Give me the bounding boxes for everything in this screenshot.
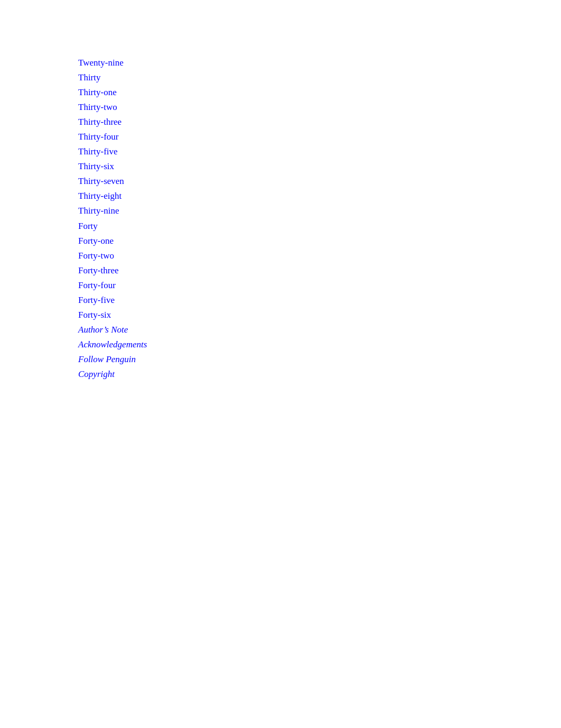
toc-link-13[interactable]: Forty-two xyxy=(78,248,561,263)
toc-link-20[interactable]: Follow Penguin xyxy=(78,352,561,367)
toc-link-2[interactable]: Thirty-one xyxy=(78,85,561,100)
toc-link-12[interactable]: Forty-one xyxy=(78,234,561,248)
toc-link-7[interactable]: Thirty-six xyxy=(78,159,561,174)
toc-link-3[interactable]: Thirty-two xyxy=(78,100,561,115)
toc-link-10[interactable]: Thirty-nine xyxy=(78,204,561,218)
toc-link-4[interactable]: Thirty-three xyxy=(78,115,561,130)
toc-link-16[interactable]: Forty-five xyxy=(78,293,561,308)
toc-link-15[interactable]: Forty-four xyxy=(78,278,561,293)
toc-link-8[interactable]: Thirty-seven xyxy=(78,174,561,189)
toc-link-11[interactable]: Forty xyxy=(78,219,561,234)
toc-link-0[interactable]: Twenty-nine xyxy=(78,56,561,70)
toc-link-19[interactable]: Acknowledgements xyxy=(78,337,561,352)
toc-link-21[interactable]: Copyright xyxy=(78,367,561,382)
toc-link-1[interactable]: Thirty xyxy=(78,70,561,85)
toc-list: Twenty-nine Thirty Thirty-one Thirty-two… xyxy=(0,0,561,382)
toc-link-14[interactable]: Forty-three xyxy=(78,263,561,278)
toc-link-6[interactable]: Thirty-five xyxy=(78,144,561,159)
toc-link-9[interactable]: Thirty-eight xyxy=(78,189,561,204)
toc-link-17[interactable]: Forty-six xyxy=(78,308,561,322)
toc-link-5[interactable]: Thirty-four xyxy=(78,130,561,144)
toc-link-18[interactable]: Author’s Note xyxy=(78,322,561,337)
